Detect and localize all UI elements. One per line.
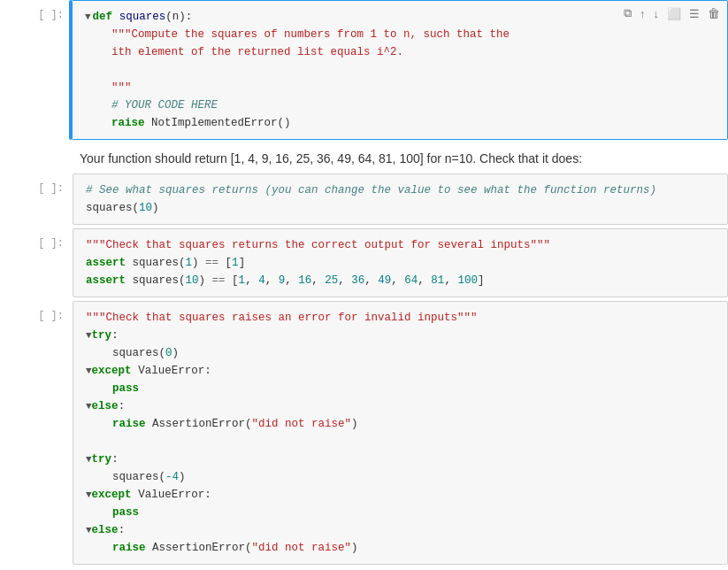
cell-row-1: [ ]: ⧉ ↑ ↓ ⬜ ☰ 🗑 ▼def squares(n): """Com… bbox=[0, 0, 728, 140]
fold-arrow-except1[interactable]: ▼ bbox=[86, 366, 92, 376]
cell1-code: ▼def squares(n): """Compute the squares … bbox=[73, 1, 727, 139]
cell2-gutter: [ ]: bbox=[0, 173, 69, 225]
cell1-label: [ ]: bbox=[38, 9, 64, 21]
cell2-body: # See what squares returns (you can chan… bbox=[73, 173, 728, 225]
fullscreen-button[interactable]: ⬜ bbox=[664, 5, 684, 21]
fold-arrow-else2[interactable]: ▼ bbox=[86, 525, 92, 535]
notebook-container: [ ]: ⧉ ↑ ↓ ⬜ ☰ 🗑 ▼def squares(n): """Com… bbox=[0, 0, 728, 565]
cell1-body: ⧉ ↑ ↓ ⬜ ☰ 🗑 ▼def squares(n): """Compute … bbox=[73, 0, 728, 140]
cell3-label: [ ]: bbox=[38, 237, 64, 250]
cell3-body: """Check that squares returns the correc… bbox=[73, 228, 728, 297]
fold-arrow-def[interactable]: ▼ bbox=[85, 12, 91, 22]
delete-button[interactable]: 🗑 bbox=[705, 5, 723, 21]
cell1-toolbar: ⧉ ↑ ↓ ⬜ ☰ 🗑 bbox=[621, 5, 723, 21]
fold-arrow-except2[interactable]: ▼ bbox=[86, 489, 92, 500]
cell2-code: # See what squares returns (you can chan… bbox=[73, 174, 727, 224]
cell-row-4: [ ]: """Check that squares raises an err… bbox=[0, 301, 728, 565]
cell2-label: [ ]: bbox=[38, 182, 64, 195]
move-down-button[interactable]: ↓ bbox=[651, 5, 663, 21]
cell4-body: """Check that squares raises an error fo… bbox=[73, 301, 728, 565]
copy-button[interactable]: ⧉ bbox=[621, 5, 634, 21]
cell4-gutter: [ ]: bbox=[0, 301, 69, 565]
fold-arrow-else1[interactable]: ▼ bbox=[86, 401, 92, 412]
text-cell-1-content: Your function should return [1, 4, 9, 16… bbox=[80, 151, 582, 166]
cell1-gutter: [ ]: bbox=[0, 0, 69, 140]
cell3-code: """Check that squares returns the correc… bbox=[73, 229, 727, 297]
cell3-gutter: [ ]: bbox=[0, 228, 69, 297]
fold-arrow-try2[interactable]: ▼ bbox=[86, 454, 92, 465]
cell4-label: [ ]: bbox=[38, 310, 64, 322]
text-cell-1: Your function should return [1, 4, 9, 16… bbox=[0, 143, 728, 173]
move-up-button[interactable]: ↑ bbox=[637, 5, 648, 21]
insert-button[interactable]: ☰ bbox=[686, 5, 702, 21]
fold-arrow-try1[interactable]: ▼ bbox=[86, 330, 92, 341]
cell-row-3: [ ]: """Check that squares returns the c… bbox=[0, 228, 728, 297]
cell4-code: """Check that squares raises an error fo… bbox=[73, 302, 727, 564]
cell-row-2: [ ]: # See what squares returns (you can… bbox=[0, 173, 728, 225]
